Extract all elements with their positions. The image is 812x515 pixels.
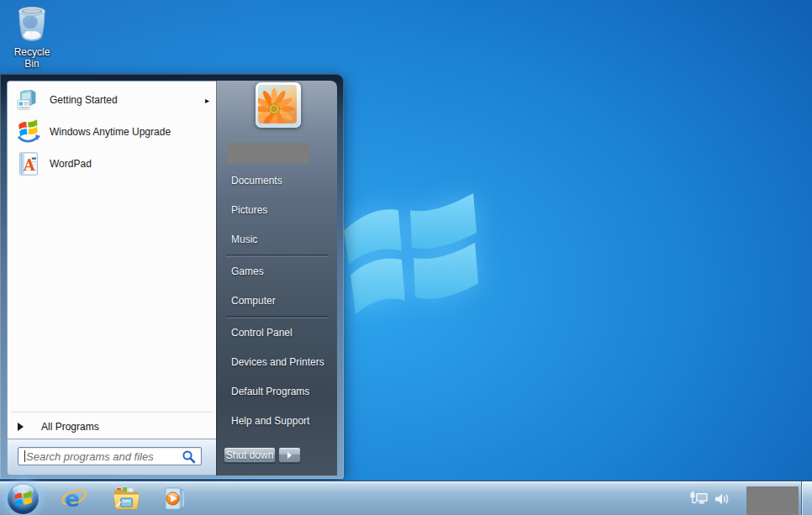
start-menu-programs-panel: Getting Started ▸	[7, 81, 216, 439]
menu-item-games[interactable]: Games	[216, 257, 337, 286]
all-programs-label: All Programs	[41, 421, 99, 433]
places-list: Documents Pictures Music Games Computer …	[216, 166, 337, 436]
windows-media-player-icon	[162, 486, 188, 512]
menu-item-label: Getting Started	[50, 94, 118, 106]
shut-down-options-button[interactable]	[278, 447, 301, 463]
windows-anytime-upgrade-icon	[16, 119, 41, 145]
recycle-bin-icon	[13, 4, 50, 43]
svg-text:e: e	[65, 486, 80, 512]
wordpad-icon: A	[16, 151, 41, 176]
recycle-bin-label: Recycle Bin	[7, 46, 57, 70]
taskbar: e	[0, 481, 812, 515]
start-menu: Getting Started ▸	[0, 74, 344, 479]
system-tray	[689, 481, 730, 515]
search-input[interactable]	[26, 449, 172, 464]
start-button[interactable]	[8, 483, 39, 514]
start-menu-places-panel: Documents Pictures Music Games Computer …	[216, 81, 337, 476]
internet-explorer-icon: e	[61, 485, 87, 512]
chevron-right-icon	[287, 452, 292, 459]
windows-flag-icon	[14, 491, 32, 507]
clock-redacted	[746, 486, 799, 515]
menu-item-getting-started[interactable]: Getting Started ▸	[8, 84, 216, 116]
getting-started-icon	[16, 87, 41, 113]
menu-item-default-programs[interactable]: Default Programs	[216, 377, 337, 407]
menu-item-control-panel[interactable]: Control Panel	[216, 318, 337, 348]
username-redacted	[227, 143, 309, 164]
start-search-box	[18, 447, 202, 465]
shutdown-controls: Shut down	[216, 447, 337, 465]
menu-item-computer[interactable]: Computer	[216, 286, 337, 316]
taskbar-internet-explorer[interactable]: e	[57, 481, 91, 515]
recycle-bin-shortcut[interactable]: Recycle Bin	[7, 4, 57, 70]
show-desktop-button[interactable]	[801, 481, 812, 515]
taskbar-windows-media-player[interactable]	[158, 481, 192, 515]
text-caret	[24, 450, 25, 462]
separator	[11, 412, 213, 413]
taskbar-windows-explorer[interactable]	[109, 481, 143, 515]
all-programs-item[interactable]: All Programs	[8, 415, 216, 439]
flower-picture	[258, 85, 297, 123]
desktop: Recycle Bin	[0, 0, 812, 515]
submenu-arrow-icon: ▸	[205, 96, 209, 105]
menu-item-documents[interactable]: Documents	[216, 166, 337, 196]
search-icon[interactable]	[182, 449, 197, 465]
menu-item-pictures[interactable]: Pictures	[216, 196, 337, 225]
network-icon[interactable]	[689, 491, 709, 507]
menu-item-help-and-support[interactable]: Help and Support	[216, 407, 337, 436]
start-menu-search-area	[7, 439, 216, 476]
windows-logo-watermark	[341, 192, 479, 319]
shut-down-button[interactable]: Shut down	[224, 447, 276, 463]
menu-item-devices-and-printers[interactable]: Devices and Printers	[216, 348, 337, 377]
menu-item-wordpad[interactable]: A WordPad	[8, 148, 216, 180]
menu-item-windows-anytime-upgrade[interactable]: Windows Anytime Upgrade	[8, 116, 216, 148]
user-avatar[interactable]	[256, 82, 301, 128]
menu-item-label: WordPad	[50, 158, 92, 170]
menu-item-music[interactable]: Music	[216, 225, 337, 255]
all-programs-arrow-icon	[18, 423, 24, 431]
windows-explorer-icon	[113, 486, 140, 512]
volume-icon[interactable]	[714, 492, 730, 506]
menu-item-label: Windows Anytime Upgrade	[50, 126, 171, 138]
